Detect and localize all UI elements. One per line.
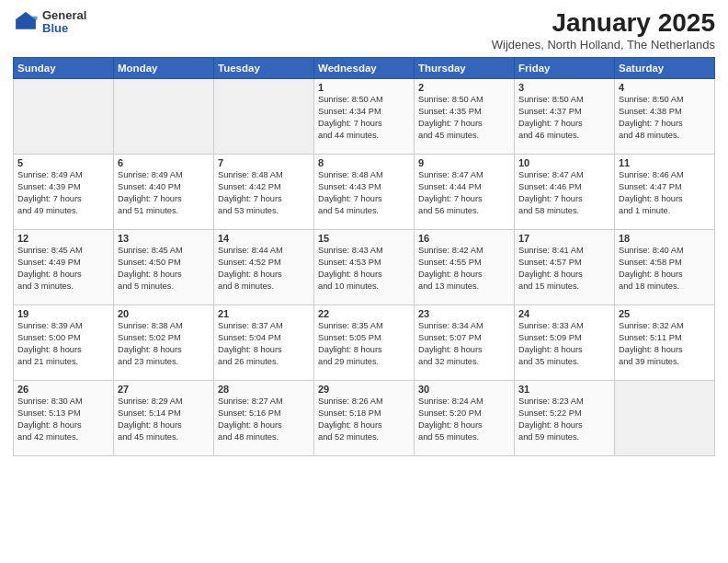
day-info: Sunrise: 8:30 AM Sunset: 5:13 PM Dayligh…	[17, 396, 109, 443]
day-number: 29	[318, 384, 410, 395]
day-info: Sunrise: 8:48 AM Sunset: 4:43 PM Dayligh…	[318, 169, 410, 217]
calendar-cell: 26Sunrise: 8:30 AM Sunset: 5:13 PM Dayli…	[14, 380, 114, 455]
day-info: Sunrise: 8:33 AM Sunset: 5:09 PM Dayligh…	[518, 320, 610, 368]
calendar-cell: 14Sunrise: 8:44 AM Sunset: 4:52 PM Dayli…	[214, 229, 314, 304]
day-info: Sunrise: 8:27 AM Sunset: 5:16 PM Dayligh…	[218, 396, 310, 443]
day-number: 12	[17, 233, 109, 244]
day-info: Sunrise: 8:29 AM Sunset: 5:14 PM Dayligh…	[118, 396, 210, 443]
calendar-cell: 31Sunrise: 8:23 AM Sunset: 5:22 PM Dayli…	[515, 380, 615, 455]
calendar-cell: 25Sunrise: 8:32 AM Sunset: 5:11 PM Dayli…	[615, 304, 715, 380]
weekday-header-saturday: Saturday	[615, 57, 715, 78]
day-number: 13	[118, 233, 210, 244]
day-number: 11	[619, 157, 711, 168]
logo-icon	[13, 9, 39, 35]
day-number: 26	[17, 384, 109, 395]
day-number: 10	[518, 157, 610, 168]
day-number: 23	[418, 308, 510, 319]
day-info: Sunrise: 8:34 AM Sunset: 5:07 PM Dayligh…	[418, 320, 510, 368]
day-info: Sunrise: 8:49 AM Sunset: 4:39 PM Dayligh…	[17, 169, 109, 217]
day-info: Sunrise: 8:50 AM Sunset: 4:34 PM Dayligh…	[318, 94, 410, 142]
logo-text: General Blue	[42, 9, 86, 36]
day-number: 8	[318, 157, 410, 168]
day-info: Sunrise: 8:45 AM Sunset: 4:50 PM Dayligh…	[118, 245, 210, 293]
weekday-header-friday: Friday	[515, 57, 615, 78]
day-info: Sunrise: 8:35 AM Sunset: 5:05 PM Dayligh…	[318, 320, 410, 368]
day-number: 20	[118, 308, 210, 319]
calendar-cell: 12Sunrise: 8:45 AM Sunset: 4:49 PM Dayli…	[14, 229, 114, 304]
day-number: 28	[218, 384, 310, 395]
weekday-header-tuesday: Tuesday	[214, 57, 314, 78]
page-container: General Blue January 2025 Wijdenes, Nort…	[0, 0, 728, 464]
calendar-cell	[214, 78, 314, 154]
day-number: 30	[418, 384, 510, 395]
day-number: 16	[418, 233, 510, 244]
calendar-week-2: 12Sunrise: 8:45 AM Sunset: 4:49 PM Dayli…	[14, 229, 715, 304]
day-info: Sunrise: 8:23 AM Sunset: 5:22 PM Dayligh…	[518, 396, 610, 443]
day-info: Sunrise: 8:50 AM Sunset: 4:35 PM Dayligh…	[418, 94, 510, 142]
calendar-cell: 16Sunrise: 8:42 AM Sunset: 4:55 PM Dayli…	[415, 229, 515, 304]
calendar-week-4: 26Sunrise: 8:30 AM Sunset: 5:13 PM Dayli…	[14, 380, 715, 455]
calendar-cell: 17Sunrise: 8:41 AM Sunset: 4:57 PM Dayli…	[515, 229, 615, 304]
day-number: 18	[619, 233, 711, 244]
calendar-cell: 10Sunrise: 8:47 AM Sunset: 4:46 PM Dayli…	[515, 154, 615, 229]
logo-blue-text: Blue	[42, 22, 86, 35]
calendar-cell: 4Sunrise: 8:50 AM Sunset: 4:38 PM Daylig…	[615, 78, 715, 154]
day-number: 5	[17, 157, 109, 168]
calendar-cell: 3Sunrise: 8:50 AM Sunset: 4:37 PM Daylig…	[515, 78, 615, 154]
calendar-cell: 21Sunrise: 8:37 AM Sunset: 5:04 PM Dayli…	[214, 304, 314, 380]
day-info: Sunrise: 8:38 AM Sunset: 5:02 PM Dayligh…	[118, 320, 210, 368]
calendar-week-0: 1Sunrise: 8:50 AM Sunset: 4:34 PM Daylig…	[14, 78, 715, 154]
day-number: 21	[218, 308, 310, 319]
weekday-header-sunday: Sunday	[14, 57, 114, 78]
day-number: 3	[518, 82, 610, 93]
day-info: Sunrise: 8:37 AM Sunset: 5:04 PM Dayligh…	[218, 320, 310, 368]
location: Wijdenes, North Holland, The Netherlands	[492, 38, 715, 52]
calendar-cell: 30Sunrise: 8:24 AM Sunset: 5:20 PM Dayli…	[415, 380, 515, 455]
calendar-cell: 24Sunrise: 8:33 AM Sunset: 5:09 PM Dayli…	[515, 304, 615, 380]
calendar-cell: 28Sunrise: 8:27 AM Sunset: 5:16 PM Dayli…	[214, 380, 314, 455]
calendar-cell: 9Sunrise: 8:47 AM Sunset: 4:44 PM Daylig…	[415, 154, 515, 229]
calendar-cell: 22Sunrise: 8:35 AM Sunset: 5:05 PM Dayli…	[314, 304, 415, 380]
calendar-week-3: 19Sunrise: 8:39 AM Sunset: 5:00 PM Dayli…	[14, 304, 715, 380]
day-number: 4	[619, 82, 711, 93]
day-number: 17	[518, 233, 610, 244]
day-info: Sunrise: 8:50 AM Sunset: 4:38 PM Dayligh…	[619, 94, 711, 142]
header: General Blue January 2025 Wijdenes, Nort…	[13, 9, 715, 52]
day-number: 15	[318, 233, 410, 244]
day-number: 9	[418, 157, 510, 168]
calendar-week-1: 5Sunrise: 8:49 AM Sunset: 4:39 PM Daylig…	[14, 154, 715, 229]
day-info: Sunrise: 8:47 AM Sunset: 4:44 PM Dayligh…	[418, 169, 510, 217]
logo: General Blue	[13, 9, 86, 36]
day-info: Sunrise: 8:42 AM Sunset: 4:55 PM Dayligh…	[418, 245, 510, 293]
logo-general-text: General	[42, 9, 86, 22]
day-info: Sunrise: 8:24 AM Sunset: 5:20 PM Dayligh…	[418, 396, 510, 443]
day-info: Sunrise: 8:41 AM Sunset: 4:57 PM Dayligh…	[518, 245, 610, 293]
day-info: Sunrise: 8:40 AM Sunset: 4:58 PM Dayligh…	[619, 245, 711, 293]
calendar-cell: 11Sunrise: 8:46 AM Sunset: 4:47 PM Dayli…	[615, 154, 715, 229]
calendar-cell: 6Sunrise: 8:49 AM Sunset: 4:40 PM Daylig…	[114, 154, 214, 229]
day-number: 14	[218, 233, 310, 244]
day-number: 24	[518, 308, 610, 319]
day-info: Sunrise: 8:43 AM Sunset: 4:53 PM Dayligh…	[318, 245, 410, 293]
weekday-header-monday: Monday	[114, 57, 214, 78]
day-number: 31	[518, 384, 610, 395]
calendar-cell: 5Sunrise: 8:49 AM Sunset: 4:39 PM Daylig…	[14, 154, 114, 229]
day-info: Sunrise: 8:48 AM Sunset: 4:42 PM Dayligh…	[218, 169, 310, 217]
calendar-cell: 8Sunrise: 8:48 AM Sunset: 4:43 PM Daylig…	[314, 154, 415, 229]
day-number: 27	[118, 384, 210, 395]
day-number: 7	[218, 157, 310, 168]
day-info: Sunrise: 8:26 AM Sunset: 5:18 PM Dayligh…	[318, 396, 410, 443]
day-number: 1	[318, 82, 410, 93]
weekday-header-thursday: Thursday	[415, 57, 515, 78]
day-info: Sunrise: 8:50 AM Sunset: 4:37 PM Dayligh…	[518, 94, 610, 142]
calendar-cell: 23Sunrise: 8:34 AM Sunset: 5:07 PM Dayli…	[415, 304, 515, 380]
calendar-cell: 1Sunrise: 8:50 AM Sunset: 4:34 PM Daylig…	[314, 78, 415, 154]
calendar-cell: 7Sunrise: 8:48 AM Sunset: 4:42 PM Daylig…	[214, 154, 314, 229]
calendar-cell: 18Sunrise: 8:40 AM Sunset: 4:58 PM Dayli…	[615, 229, 715, 304]
calendar-cell	[114, 78, 214, 154]
svg-marker-0	[16, 12, 36, 29]
day-number: 19	[17, 308, 109, 319]
calendar-cell: 20Sunrise: 8:38 AM Sunset: 5:02 PM Dayli…	[114, 304, 214, 380]
day-number: 22	[318, 308, 410, 319]
day-info: Sunrise: 8:39 AM Sunset: 5:00 PM Dayligh…	[17, 320, 109, 368]
